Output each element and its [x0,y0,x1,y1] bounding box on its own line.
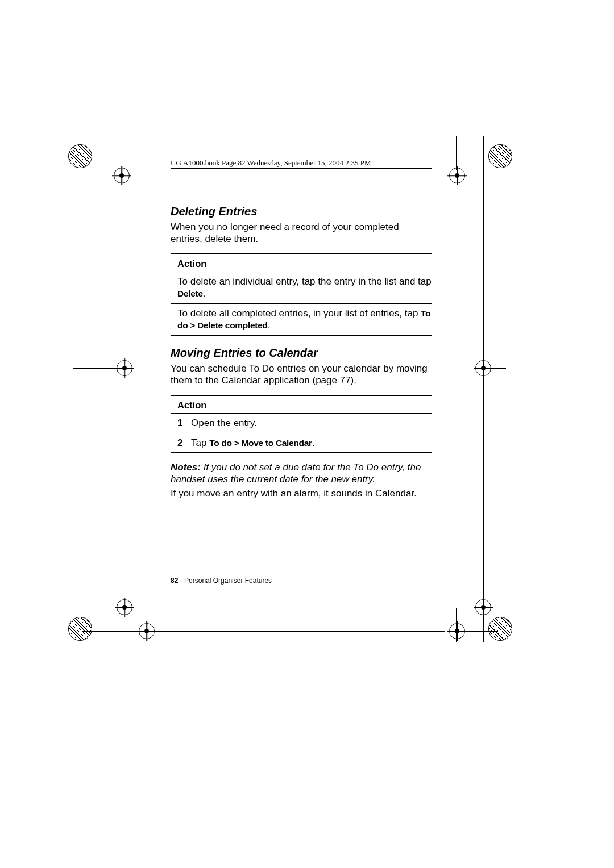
page-header-text: UG.A1000.book Page 82 Wednesday, Septemb… [171,158,371,168]
section1-intro: When you no longer need a record of your… [171,221,432,245]
action-head-1: Action [177,256,432,270]
page-footer: 82 - Personal Organiser Features [171,577,272,585]
step-2-pre: Tap [191,437,209,448]
action-head-2: Action [177,397,432,411]
step-1-text: Open the entry. [191,418,257,428]
action-row-1a: To delete an individual entry, tap the e… [171,272,432,303]
section2-after: If you move an entry with an alarm, it s… [171,487,432,499]
action-step-2: 2Tap To do > Move to Calendar. [171,433,432,453]
action-table-2: Action 1Open the entry. 2Tap To do > Mov… [171,395,432,453]
section-title-moving: Moving Entries to Calendar [171,346,432,360]
page-number: 82 [171,577,178,585]
page-header-rule [171,168,432,169]
ui-delete: Delete [177,289,203,298]
section-title-deleting: Deleting Entries [171,205,432,219]
step-num-1: 1 [177,417,191,429]
crop-guide-v-left [125,136,125,642]
ui-todo-2: To do [209,438,232,448]
footer-sep: - [178,577,184,585]
action-table-1: Action To delete an individual entry, ta… [171,253,432,336]
crop-guide-v-right [483,136,484,642]
action-step-1: 1Open the entry. [171,413,432,432]
action-row-1b: To delete all completed entries, in your… [171,303,432,336]
notes-block: Notes: If you do not set a due date for … [171,461,432,486]
footer-title: Personal Organiser Features [184,577,272,585]
step-num-2: 2 [177,437,191,449]
section2-intro: You can schedule To Do entries on your c… [171,362,432,387]
action-row-1b-text: To delete all completed entries, in your… [177,308,421,319]
notes-label: Notes: [171,462,204,473]
action-row-1a-text: To delete an individual entry, tap the e… [177,276,432,287]
ui-move-to-calendar: Move to Calendar [241,438,312,448]
notes-body: If you do not set a due date for the To … [171,462,421,485]
ui-delete-completed: Delete completed [197,320,268,330]
page-content: Deleting Entries When you no longer need… [171,205,432,508]
